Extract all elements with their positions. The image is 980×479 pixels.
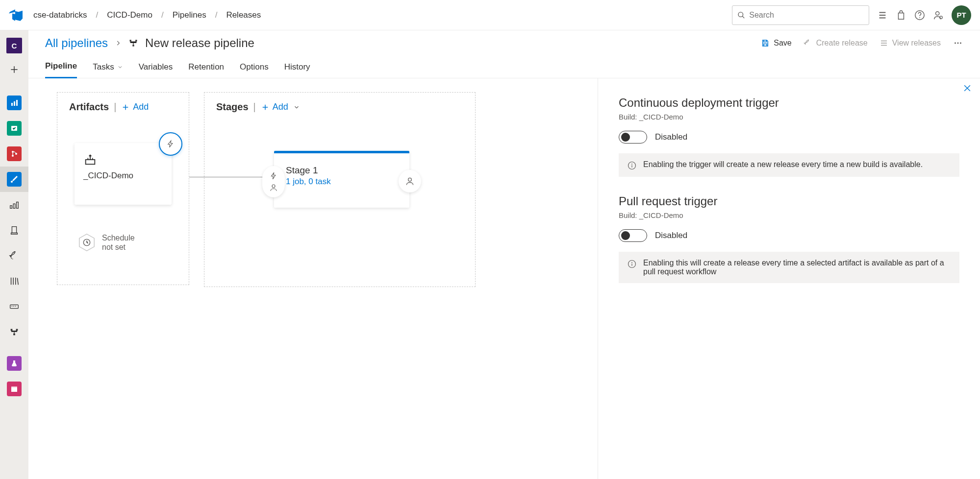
cd-build-label: Build: _CICD-Demo [619,113,959,121]
tab-retention[interactable]: Retention [188,56,224,78]
sidebar-testplans[interactable] [0,351,28,376]
chevron-down-icon [117,64,123,70]
stage-tasks-link[interactable]: 1 job, 0 task [286,177,398,187]
sidebar-repos[interactable] [0,141,28,167]
breadcrumb-item[interactable]: CICD-Demo [107,10,152,20]
add-button[interactable] [0,57,28,82]
main-area: All pipelines New release pipeline Save … [28,30,980,479]
svg-point-4 [936,11,939,15]
search-field[interactable] [749,11,864,20]
pr-info-box: Enabling this will create a release ever… [619,252,959,283]
stage-name: Stage 1 [286,165,398,176]
sidebar-library-icon[interactable] [0,268,28,294]
tab-history[interactable]: History [284,56,310,78]
save-button[interactable]: Save [761,39,791,48]
tab-variables[interactable]: Variables [139,56,173,78]
add-artifact-button[interactable]: Add [121,102,149,112]
pipeline-title[interactable]: New release pipeline [145,36,254,50]
sidebar: C [0,30,28,479]
post-conditions-badge[interactable] [399,170,421,192]
chevron-down-icon [293,104,300,111]
add-stage-button[interactable]: Add [261,102,300,112]
artifact-name: _CICD-Demo [83,171,162,181]
svg-rect-15 [13,204,15,208]
pipeline-header: All pipelines New release pipeline Save … [28,30,980,56]
plus-icon [121,103,130,112]
sidebar-releases[interactable] [0,217,28,243]
trigger-badge[interactable] [159,132,182,156]
svg-point-3 [919,17,920,18]
stage-card[interactable]: Stage 1 1 job, 0 task [274,151,409,208]
clock-hex-icon [77,233,96,252]
help-icon[interactable] [914,10,925,21]
top-bar: cse-databricks / CICD-Demo / Pipelines /… [0,0,980,30]
schedule-text: Schedule not set [102,233,135,252]
breadcrumb-item[interactable]: cse-databricks [33,10,87,20]
trigger-panel: Continuous deployment trigger Build: _CI… [598,78,980,479]
svg-point-34 [272,185,275,188]
svg-point-11 [12,155,14,157]
create-release-button[interactable]: Create release [804,39,868,48]
svg-rect-31 [86,160,95,164]
sidebar-pipelines[interactable] [0,167,28,192]
artifact-card[interactable]: _CICD-Demo [75,143,172,205]
svg-rect-17 [12,227,16,233]
svg-point-0 [738,12,743,17]
build-icon [83,153,97,167]
sidebar-boards[interactable] [0,116,28,141]
list-icon [879,39,888,48]
svg-rect-24 [11,386,17,388]
svg-line-1 [742,16,744,18]
rocket-icon [804,39,812,48]
more-icon[interactable] [953,38,963,48]
view-releases-button[interactable]: View releases [879,39,941,48]
project-tile[interactable]: C [0,34,28,57]
bolt-icon [269,171,278,180]
sidebar-rocket-icon[interactable] [0,243,28,268]
user-settings-icon[interactable] [933,10,944,21]
breadcrumb-item[interactable]: Releases [226,10,261,20]
svg-rect-14 [10,206,12,209]
svg-rect-22 [13,334,15,335]
pr-trigger-status: Disabled [655,231,687,240]
pr-trigger-toggle[interactable] [619,229,647,242]
tab-pipeline[interactable]: Pipeline [45,56,77,78]
pre-conditions-badge[interactable] [262,166,285,197]
svg-point-35 [408,178,412,181]
sidebar-artifacts[interactable] [0,376,28,402]
svg-point-13 [11,181,13,183]
tab-tasks[interactable]: Tasks [93,56,123,78]
sidebar-deployment-icon[interactable] [0,319,28,345]
svg-rect-23 [11,387,17,392]
sidebar-overview[interactable] [0,90,28,116]
avatar[interactable]: PT [952,5,971,25]
svg-rect-18 [11,233,18,235]
svg-point-30 [960,43,961,44]
svg-rect-27 [132,45,134,46]
all-pipelines-link[interactable]: All pipelines [45,36,108,50]
svg-rect-8 [16,100,18,106]
tab-options[interactable]: Options [240,56,269,78]
azure-devops-logo-icon [9,8,23,22]
svg-rect-16 [17,202,19,209]
pipeline-icon [128,38,138,48]
cd-trigger-toggle[interactable] [619,131,647,144]
sidebar-taskgroups-icon[interactable] [0,294,28,319]
pr-trigger-heading: Pull request trigger [619,194,959,208]
svg-rect-19 [10,305,19,308]
pr-build-label: Build: _CICD-Demo [619,211,959,219]
person-icon [405,176,415,186]
close-icon[interactable] [962,83,972,93]
svg-rect-20 [11,329,13,331]
svg-point-28 [955,43,956,44]
bag-icon[interactable] [896,10,906,21]
list-icon[interactable] [877,10,888,21]
cd-trigger-status: Disabled [655,132,687,142]
schedule-indicator[interactable]: Schedule not set [77,233,135,252]
sidebar-environments[interactable] [0,192,28,217]
search-input[interactable] [732,5,869,25]
stages-heading: Stages [216,101,249,113]
breadcrumb-item[interactable]: Pipelines [173,10,206,20]
cd-info-box: Enabling the trigger will create a new r… [619,153,959,177]
breadcrumb: cse-databricks / CICD-Demo / Pipelines /… [33,10,261,20]
